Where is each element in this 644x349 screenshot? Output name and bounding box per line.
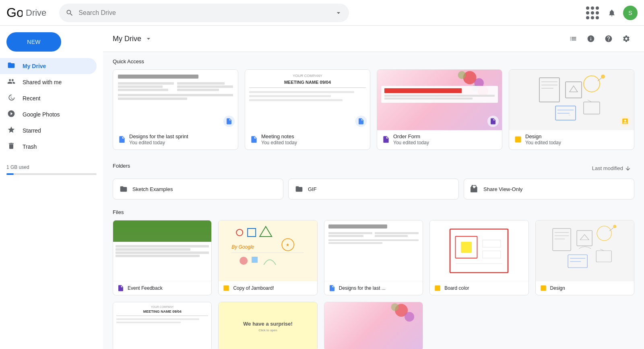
sort-label: Last modified xyxy=(592,165,623,171)
svg-rect-6 xyxy=(539,78,559,102)
file-info-designs-last: Designs for the last ... xyxy=(324,281,423,295)
qa-date-designs-sprint: You edited today xyxy=(129,140,188,145)
doc-icon-designs xyxy=(328,285,336,292)
qa-file-details: Designs for the last sprint You edited t… xyxy=(118,133,188,145)
info-button[interactable] xyxy=(583,31,599,47)
drive-breadcrumb-title: My Drive xyxy=(113,35,141,43)
svg-point-42 xyxy=(597,226,611,241)
new-button[interactable]: NEW xyxy=(6,32,61,52)
forms-badge-order xyxy=(487,116,499,127)
sidebar-item-shared[interactable]: Shared with me xyxy=(0,74,97,90)
qa-card-meeting-notes[interactable]: YOUR COMPANY MEETING NAME 09/04 xyxy=(245,69,370,150)
svg-text:By Google: By Google xyxy=(232,244,254,250)
sidebar-item-my-drive[interactable]: My Drive xyxy=(0,58,97,74)
sidebar-item-trash[interactable]: Trash xyxy=(0,139,97,155)
main-toolbar-actions xyxy=(565,31,634,47)
qa-card-design[interactable]: → xyxy=(509,69,634,150)
file-card-board-color[interactable]: Board color xyxy=(429,220,528,295)
main-content-area: My Drive xyxy=(103,26,644,349)
svg-point-14 xyxy=(601,75,605,79)
svg-point-52 xyxy=(391,303,398,311)
svg-rect-47 xyxy=(568,255,587,268)
shared-icon xyxy=(6,77,16,87)
sidebar-item-recent[interactable]: Recent xyxy=(0,90,97,106)
slides-icon-design2 xyxy=(540,285,547,292)
file-card-jamboard[interactable]: By Google ★ xyxy=(218,220,317,295)
sidebar-item-label-starred: Starred xyxy=(23,127,41,134)
settings-icon xyxy=(622,35,630,43)
sidebar-item-label-shared: Shared with me xyxy=(23,79,62,85)
file-name-designs-last: Designs for the last ... xyxy=(339,285,386,291)
file-card-meeting-bottom[interactable]: YOUR COMPANY MEETING NAME 09/04 xyxy=(113,302,212,349)
file-name-event-feedback: Event Feedback xyxy=(128,285,163,291)
svg-point-51 xyxy=(405,312,414,322)
folder-icon xyxy=(6,61,16,71)
file-info-board-color: Board color xyxy=(430,281,528,295)
file-card-event-feedback[interactable]: Event Feedback xyxy=(113,220,212,295)
forms-icon-event xyxy=(117,285,124,292)
sort-button[interactable]: Last modified xyxy=(589,164,634,173)
trash-icon xyxy=(6,142,16,152)
file-name-design2: Design xyxy=(550,285,565,291)
qa-name-order-form: Order Form xyxy=(393,133,429,139)
drive-title-section[interactable]: My Drive xyxy=(113,35,153,43)
file-card-design2[interactable]: Design xyxy=(535,220,634,295)
folders-header: Folders Last modified xyxy=(113,163,634,174)
folder-name-sketch: Sketch Examples xyxy=(132,186,173,192)
search-dropdown-icon[interactable] xyxy=(334,9,343,17)
qa-date-meeting-notes: You edited today xyxy=(261,140,297,145)
google-logo[interactable]: Google Drive xyxy=(6,5,46,21)
file-card-designs-last[interactable]: Designs for the last ... xyxy=(324,220,423,295)
svg-rect-36 xyxy=(553,229,571,251)
qa-date-order-form: You edited today xyxy=(393,140,429,145)
svg-rect-15 xyxy=(584,102,600,114)
help-button[interactable] xyxy=(601,31,617,47)
storage-fill xyxy=(6,173,14,175)
qa-preview-design: → xyxy=(509,70,634,130)
bottom-files-grid: YOUR COMPANY MEETING NAME 09/04 We have … xyxy=(113,302,634,349)
doc-badge-meeting xyxy=(355,116,367,127)
file-name-jamboard: Copy of Jamboard! xyxy=(233,285,274,291)
folder-gif[interactable]: GIF xyxy=(288,179,459,199)
file-preview-designs-last xyxy=(324,220,423,281)
chevron-down-icon xyxy=(144,35,153,43)
header-actions: S xyxy=(584,5,638,21)
qa-card-order-form[interactable]: Order Form You edited today xyxy=(377,69,502,150)
file-card-floral-bottom[interactable] xyxy=(324,302,423,349)
doc-badge-icon xyxy=(223,116,235,127)
svg-rect-21 xyxy=(230,222,306,279)
folder-sketch-examples[interactable]: Sketch Examples xyxy=(113,179,283,199)
slides-icon-jamboard xyxy=(223,285,230,292)
svg-rect-45 xyxy=(596,251,611,262)
file-card-surprise[interactable]: We have a surprise! Click to open xyxy=(218,302,317,349)
svg-point-12 xyxy=(584,76,600,92)
search-input[interactable] xyxy=(78,9,330,17)
file-preview-floral-bottom xyxy=(324,302,423,349)
search-bar[interactable] xyxy=(59,4,349,22)
sidebar-item-photos[interactable]: Google Photos xyxy=(0,106,97,123)
main-scrollable-content: Quick Access xyxy=(103,52,644,349)
sidebar-item-label-photos: Google Photos xyxy=(23,111,60,118)
svg-point-44 xyxy=(613,225,616,228)
apps-button[interactable] xyxy=(584,5,601,21)
list-view-button[interactable] xyxy=(565,31,581,47)
qa-name-meeting-notes: Meeting notes xyxy=(261,133,297,139)
svg-rect-40 xyxy=(577,231,592,246)
folder-share-view-only[interactable]: Share View-Only xyxy=(464,179,634,199)
help-icon xyxy=(605,35,613,43)
storage-bar xyxy=(6,173,97,175)
info-icon xyxy=(587,35,595,43)
app-name: Drive xyxy=(26,8,46,18)
notifications-button[interactable] xyxy=(604,5,620,21)
folders-section-title: Folders xyxy=(113,163,130,169)
qa-preview-designs-sprint xyxy=(113,70,238,130)
app-header: Google Drive S xyxy=(0,0,644,26)
settings-button[interactable] xyxy=(618,31,634,47)
svg-point-26 xyxy=(240,257,248,265)
file-info-jamboard: Copy of Jamboard! xyxy=(219,281,317,295)
app-layout: NEW My Drive Shared with me xyxy=(0,26,644,349)
sidebar-item-starred[interactable]: Starred xyxy=(0,123,97,139)
qa-card-designs-sprint[interactable]: Designs for the last sprint You edited t… xyxy=(113,69,238,150)
avatar[interactable]: S xyxy=(623,6,638,20)
file-info-event-feedback: Event Feedback xyxy=(113,281,211,295)
